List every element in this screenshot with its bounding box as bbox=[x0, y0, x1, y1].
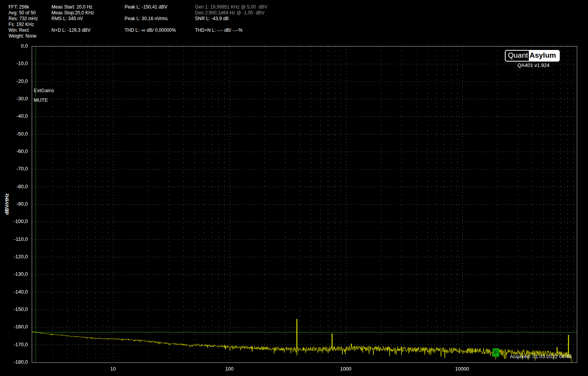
y-tick-label: -50,0 bbox=[5, 131, 28, 137]
stat-fft: FFT: 256k bbox=[9, 4, 29, 10]
y-tick-label: -90,0 bbox=[5, 201, 28, 207]
stat-meas-stop: Meas Stop:20,0 KHz bbox=[51, 10, 94, 16]
stat-snr: SNR L: -43,9 dB bbox=[195, 16, 229, 22]
y-tick-label: -20,0 bbox=[5, 78, 28, 84]
y-tick-label: -60,0 bbox=[5, 148, 28, 154]
x-tick-label: 1000 bbox=[334, 366, 357, 372]
y-tick-label: -10,0 bbox=[5, 60, 28, 66]
y-tick-label: -120,0 bbox=[5, 254, 28, 259]
y-tick-label: -140,0 bbox=[5, 289, 28, 295]
x-tick-label: 10 bbox=[101, 366, 125, 372]
acquired-timestamp: Acquired: 01.03.2022 00:48 bbox=[510, 354, 572, 359]
stat-gen2: Gen 2:900,1464 Hz @ -1,00 dBV bbox=[195, 10, 265, 16]
y-tick-label: -160,0 bbox=[5, 324, 28, 330]
stat-peak-vrms: Peak L: 30,16 nVrms bbox=[125, 16, 168, 22]
firmware-version-label: QA401 v1.924 bbox=[505, 62, 562, 68]
stat-fs: Fs: 192 KHz bbox=[9, 22, 34, 27]
stat-avg: Avg: 50 of 50 bbox=[9, 10, 36, 16]
stat-peak-dbv: Peak L: -150,41 dBV bbox=[125, 4, 168, 10]
mute-status-label: MUTE bbox=[34, 97, 48, 103]
y-tick-label: 0,0 bbox=[5, 43, 28, 49]
y-tick-label: -170,0 bbox=[5, 342, 28, 347]
stat-meas-start: Meas Start: 20,0 Hz bbox=[51, 4, 92, 10]
stat-thd: THD L: -∞ dB/ 0,00000% bbox=[125, 27, 176, 33]
stat-weight: Weight: None bbox=[9, 33, 37, 39]
spectrum-plot[interactable] bbox=[32, 46, 577, 362]
stat-win: Win: Rect bbox=[9, 27, 29, 33]
logo-asylum-text: Asylum bbox=[529, 51, 559, 61]
y-tick-label: -150,0 bbox=[5, 306, 28, 312]
stat-thdn: THD+N L: -.-- dB/ -.--% bbox=[195, 27, 243, 33]
ext-gains-status-label: ExtGains bbox=[34, 88, 54, 93]
fundamental-marker[interactable]: F bbox=[492, 348, 499, 357]
stat-nd: N+D L: -129,3 dBV bbox=[51, 27, 91, 33]
qa401-window: FFT: 256k Avg: 50 of 50 Res: 732 mHz Fs:… bbox=[0, 0, 588, 376]
stat-rms: RMS L: 345 nV bbox=[51, 16, 83, 22]
logo-quant-text: Quant bbox=[506, 51, 529, 61]
y-tick-label: -180,0 bbox=[5, 359, 28, 365]
x-tick-label: 100 bbox=[218, 366, 241, 372]
y-tick-label: -70,0 bbox=[5, 166, 28, 172]
stat-gen1: Gen 1: 19,99951 KHz @ 5,00 dBV bbox=[195, 4, 267, 10]
y-tick-label: -100,0 bbox=[5, 218, 28, 224]
y-tick-label: -80,0 bbox=[5, 184, 28, 189]
quantasylum-logo: Quant Asylum bbox=[505, 50, 560, 62]
x-tick-label: 10000 bbox=[451, 366, 474, 372]
stat-res: Res: 732 mHz bbox=[9, 16, 38, 22]
noise-trace bbox=[32, 331, 573, 362]
y-tick-label: -30,0 bbox=[5, 96, 28, 101]
y-tick-label: -130,0 bbox=[5, 271, 28, 277]
y-tick-label: -40,0 bbox=[5, 113, 28, 119]
y-tick-label: -110,0 bbox=[5, 236, 28, 242]
spectrum-plot-area[interactable]: ExtGains MUTE bbox=[32, 46, 577, 363]
